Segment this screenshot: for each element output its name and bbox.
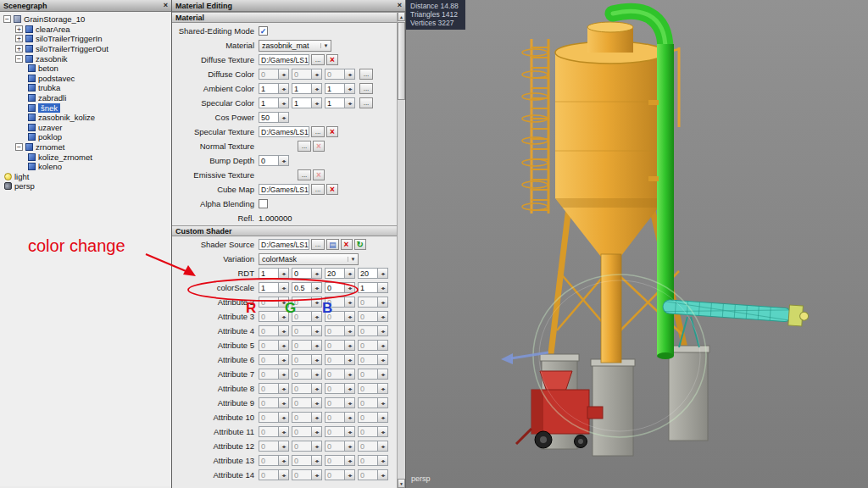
attribute-value-field[interactable]: 0 xyxy=(358,340,378,351)
attribute-value-field[interactable]: 0 xyxy=(259,297,279,308)
cube-map-path-field[interactable]: D:/Games/LS17/tes xyxy=(259,184,309,195)
scroll-down-icon[interactable]: ▼ xyxy=(398,479,405,488)
spinner-control[interactable]: ◂▸ xyxy=(345,426,355,437)
attribute-value-field[interactable]: 0 xyxy=(325,325,345,336)
bump-depth-field[interactable]: 0 xyxy=(259,155,279,166)
spinner-control[interactable]: ◂▸ xyxy=(345,311,355,322)
emissive-texture-clear-button[interactable]: × xyxy=(313,169,325,180)
spinner-control[interactable]: ◂▸ xyxy=(345,297,355,308)
spinner-control[interactable]: ◂▸ xyxy=(279,69,289,80)
attribute-value-field[interactable]: 0 xyxy=(292,383,312,394)
attribute-value-field[interactable]: 0 xyxy=(325,340,345,351)
spinner-control[interactable]: ◂▸ xyxy=(279,83,289,94)
expand-expander-icon[interactable]: + xyxy=(15,35,23,42)
spinner-control[interactable]: ◂▸ xyxy=(312,83,322,94)
attribute-value-field[interactable]: 0 xyxy=(259,412,279,423)
spinner-control[interactable]: ◂▸ xyxy=(378,455,388,466)
spinner-control[interactable]: ◂▸ xyxy=(279,325,289,336)
scroll-up-icon[interactable]: ▲ xyxy=(398,12,405,21)
spinner-control[interactable]: ◂▸ xyxy=(345,83,355,94)
specular-color-g-field[interactable]: 1 xyxy=(292,97,312,108)
tree-item-podstavec[interactable]: podstavec xyxy=(0,74,171,84)
spinner-control[interactable]: ◂▸ xyxy=(378,426,388,437)
alpha-blending-checkbox[interactable] xyxy=(259,199,268,208)
spinner-control[interactable]: ◂▸ xyxy=(312,369,322,380)
diffuse-color-b-field[interactable]: 0 xyxy=(325,69,345,80)
ambient-color-r-field[interactable]: 1 xyxy=(259,83,279,94)
material-panel-scrollbar[interactable]: ▲ ▼ xyxy=(397,12,405,488)
spinner-control[interactable]: ◂▸ xyxy=(345,282,355,293)
rdt-field-3[interactable]: 20 xyxy=(358,268,378,279)
tree-item-zabradli[interactable]: zabradli xyxy=(0,93,171,103)
spinner-control[interactable]: ◂▸ xyxy=(312,311,322,322)
attribute-value-field[interactable]: 0 xyxy=(325,455,345,466)
tree-item-persp[interactable]: persp xyxy=(0,181,171,191)
attribute-value-field[interactable]: 0 xyxy=(325,383,345,394)
close-icon[interactable]: × xyxy=(398,2,402,9)
spinner-control[interactable]: ◂▸ xyxy=(378,369,388,380)
spinner-control[interactable]: ◂▸ xyxy=(279,155,289,166)
spinner-control[interactable]: ◂▸ xyxy=(345,412,355,423)
specular-color-picker-button[interactable]: ... xyxy=(359,97,373,108)
attribute-value-field[interactable]: 0 xyxy=(358,354,378,365)
attribute-value-field[interactable]: 0 xyxy=(358,469,378,480)
tree-item-uzaver[interactable]: uzaver xyxy=(0,123,171,133)
attribute-value-field[interactable]: 0 xyxy=(292,311,312,322)
spinner-control[interactable]: ◂▸ xyxy=(312,268,322,279)
tree-item-zasobnik_kolize[interactable]: zasobnik_kolize xyxy=(0,113,171,123)
spinner-control[interactable]: ◂▸ xyxy=(279,311,289,322)
attribute-value-field[interactable]: 0 xyxy=(325,441,345,452)
attribute-value-field[interactable]: 0 xyxy=(292,397,312,408)
material-dropdown[interactable]: zasobnik_mat ▼ xyxy=(259,40,331,52)
spinner-control[interactable]: ◂▸ xyxy=(312,340,322,351)
attribute-value-field[interactable]: 0 xyxy=(358,383,378,394)
attribute-value-field[interactable]: 0 xyxy=(259,441,279,452)
collapse-expander-icon[interactable]: − xyxy=(15,143,23,151)
shader-source-path-field[interactable]: D:/Games/LS17/tes xyxy=(259,239,309,250)
tree-item-light[interactable]: light xyxy=(0,172,171,182)
cube-map-browse-button[interactable]: ... xyxy=(311,184,325,195)
attribute-value-field[interactable]: 0 xyxy=(292,469,312,480)
shader-source-reload-icon[interactable]: ↻ xyxy=(354,239,366,250)
attribute-value-field[interactable]: 0 xyxy=(259,383,279,394)
attribute-value-field[interactable]: 0 xyxy=(325,397,345,408)
spinner-control[interactable]: ◂▸ xyxy=(378,282,388,293)
tree-item-poklop[interactable]: poklop xyxy=(0,132,171,142)
attribute-value-field[interactable]: 0 xyxy=(259,340,279,351)
close-icon[interactable]: × xyxy=(164,2,168,9)
attribute-value-field[interactable]: 0 xyxy=(358,455,378,466)
chevron-down-icon[interactable]: ▼ xyxy=(320,43,331,48)
attribute-value-field[interactable]: 0 xyxy=(325,311,345,322)
spinner-control[interactable]: ◂▸ xyxy=(279,354,289,365)
spinner-control[interactable]: ◂▸ xyxy=(345,69,355,80)
shader-source-edit-icon[interactable]: ▤ xyxy=(326,239,339,250)
spinner-control[interactable]: ◂▸ xyxy=(279,397,289,408)
spinner-control[interactable]: ◂▸ xyxy=(312,297,322,308)
specular-texture-browse-button[interactable]: ... xyxy=(311,126,325,137)
spinner-control[interactable]: ◂▸ xyxy=(378,340,388,351)
spinner-control[interactable]: ◂▸ xyxy=(312,455,322,466)
attribute-value-field[interactable]: 0 xyxy=(325,369,345,380)
tree-item-clearArea[interactable]: +clearArea xyxy=(0,25,171,35)
ambient-color-b-field[interactable]: 1 xyxy=(325,83,345,94)
attribute-value-field[interactable]: 0 xyxy=(358,441,378,452)
spinner-control[interactable]: ◂▸ xyxy=(345,441,355,452)
attribute-value-field[interactable]: 0 xyxy=(292,426,312,437)
attribute-value-field[interactable]: 0 xyxy=(358,397,378,408)
spinner-control[interactable]: ◂▸ xyxy=(345,469,355,480)
spinner-control[interactable]: ◂▸ xyxy=(312,412,322,423)
spinner-control[interactable]: ◂▸ xyxy=(279,297,289,308)
rdt-field-1[interactable]: 0 xyxy=(292,268,312,279)
spinner-control[interactable]: ◂▸ xyxy=(279,112,289,123)
spinner-control[interactable]: ◂▸ xyxy=(345,455,355,466)
color-scale-b-field[interactable]: 0 xyxy=(325,282,345,293)
diffuse-color-g-field[interactable]: 0 xyxy=(292,69,312,80)
collapse-expander-icon[interactable]: − xyxy=(3,15,11,23)
spinner-control[interactable]: ◂▸ xyxy=(279,282,289,293)
spinner-control[interactable]: ◂▸ xyxy=(378,441,388,452)
spinner-control[interactable]: ◂▸ xyxy=(312,69,322,80)
spinner-control[interactable]: ◂▸ xyxy=(378,325,388,336)
shader-source-browse-button[interactable]: ... xyxy=(311,239,325,250)
spinner-control[interactable]: ◂▸ xyxy=(279,455,289,466)
attribute-value-field[interactable]: 0 xyxy=(259,455,279,466)
